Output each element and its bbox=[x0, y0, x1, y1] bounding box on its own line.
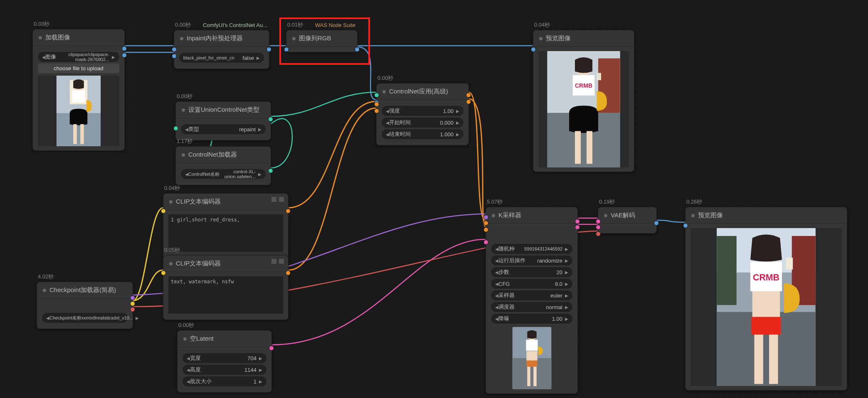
chevron-right-icon: ▶ bbox=[112, 55, 115, 59]
exec-time: 1.17秒 bbox=[177, 138, 192, 145]
input-slot[interactable] bbox=[374, 102, 379, 107]
widget-label: 图像 bbox=[45, 53, 56, 61]
chevron-left-icon: ◀ bbox=[185, 127, 188, 132]
input-clip-slot[interactable] bbox=[161, 270, 166, 275]
node-graph-canvas[interactable]: 0.03秒 加载图像 ◀ 图像 clipspace/clipspace-mask… bbox=[0, 0, 868, 398]
end-widget[interactable]: ◀结束时间1.000▶ bbox=[382, 129, 464, 139]
input-slot[interactable] bbox=[173, 126, 178, 131]
node-title-text: 预览图像 bbox=[698, 211, 723, 219]
node-clip-text-encode-positive[interactable]: 0.04秒 CLIP文本编码器 bbox=[163, 193, 289, 258]
start-widget[interactable]: ◀开始时间0.000▶ bbox=[382, 118, 464, 128]
input-pos-slot[interactable] bbox=[483, 221, 488, 226]
model-widget[interactable]: ◀ ControlNet名称 control-XL-union.safeten.… bbox=[181, 169, 266, 179]
svg-rect-24 bbox=[533, 367, 537, 386]
input-slot[interactable] bbox=[172, 47, 177, 52]
output-cond-slot[interactable] bbox=[286, 270, 291, 275]
node-preview-image-1[interactable]: 0.04秒 预览图像 CRMB bbox=[533, 30, 634, 172]
input-vae-slot[interactable] bbox=[596, 231, 601, 236]
ckpt-widget[interactable]: ◀ Checkpoint名称 xxmix9realisticsdxl_v10..… bbox=[42, 313, 128, 323]
node-set-union-controlnet-type[interactable]: 0.00秒 设置UnionControlNet类型 ◀ 类型 repaint ▶ bbox=[175, 101, 271, 140]
chevron-left-icon: ◀ bbox=[185, 172, 188, 177]
output-slot[interactable] bbox=[268, 168, 273, 173]
input-latent-slot[interactable] bbox=[483, 240, 488, 245]
control-after-widget[interactable]: ◀运行后操作randomize▶ bbox=[491, 256, 572, 265]
chevron-left-icon: ◀ bbox=[42, 55, 45, 59]
prompt-textarea[interactable] bbox=[168, 276, 283, 314]
cfg-widget[interactable]: ◀CFG8.0▶ bbox=[491, 279, 572, 289]
exec-time: 5.07秒 bbox=[487, 198, 503, 206]
input-slot[interactable] bbox=[374, 93, 379, 98]
node-controlnet-apply-advanced[interactable]: 0.00秒 ControlNet应用(高级) ◀强度1.00▶ ◀开始时间0.0… bbox=[376, 83, 469, 145]
output-slot[interactable] bbox=[466, 93, 471, 98]
steps-widget[interactable]: ◀步数20▶ bbox=[491, 267, 572, 277]
exec-time: 0.00秒 bbox=[178, 322, 194, 329]
strength-widget[interactable]: ◀强度1.00▶ bbox=[382, 106, 464, 116]
input-latent-slot[interactable] bbox=[596, 219, 601, 224]
output-image-slot[interactable] bbox=[654, 221, 659, 226]
input-model-slot[interactable] bbox=[483, 215, 488, 220]
node-empty-latent[interactable]: 0.00秒 空Latent ◀宽度704▶ ◀高度1144▶ ◀批次大小1▶ bbox=[177, 330, 272, 393]
type-widget[interactable]: ◀ 类型 repaint ▶ bbox=[181, 124, 266, 134]
node-preview-image-2[interactable]: 0.26秒 预览图像 CRMB bbox=[685, 207, 847, 391]
input-slot[interactable] bbox=[531, 47, 536, 52]
batch-widget[interactable]: ◀批次大小1▶ bbox=[182, 376, 266, 386]
output-latent-slot[interactable] bbox=[575, 219, 580, 224]
node-clip-text-encode-negative[interactable]: 0.05秒 CLIP文本编码器 bbox=[163, 255, 289, 320]
widget-label: 类型 bbox=[188, 125, 199, 133]
output-mask-slot[interactable] bbox=[122, 53, 127, 58]
output-slot[interactable] bbox=[355, 47, 360, 52]
input-slot[interactable] bbox=[683, 223, 688, 228]
output-vae-slot[interactable] bbox=[130, 307, 135, 312]
node-title-text: K采样器 bbox=[498, 211, 521, 219]
input-slot[interactable] bbox=[284, 47, 289, 52]
node-controlnet-loader[interactable]: 1.17秒 ControlNet加载器 ◀ ControlNet名称 contr… bbox=[175, 146, 271, 185]
sampler-widget[interactable]: ◀采样器euler▶ bbox=[491, 290, 572, 300]
node-ksampler[interactable]: 5.07秒 K采样器 ◀随机种599164312446592▶ ◀运行后操作ra… bbox=[486, 207, 578, 394]
node-title-text: VAE解码 bbox=[611, 211, 635, 219]
output-latent-slot[interactable] bbox=[269, 346, 274, 351]
upload-button[interactable]: choose file to upload bbox=[38, 64, 119, 73]
output-clip-slot[interactable] bbox=[130, 301, 135, 306]
svg-rect-15 bbox=[587, 131, 592, 164]
denoise-widget[interactable]: ◀降噪1.00▶ bbox=[491, 314, 572, 324]
node-title-text: CLIP文本编码器 bbox=[176, 260, 221, 268]
node-inpaint-preprocessor[interactable]: 0.00秒 ComfyUI's ControlNet Au... Inpaint… bbox=[174, 30, 269, 69]
scheduler-widget[interactable]: ◀调度器normal▶ bbox=[491, 302, 572, 312]
svg-rect-35 bbox=[755, 335, 763, 384]
output-cond-slot[interactable] bbox=[286, 209, 291, 214]
node-load-image[interactable]: 0.03秒 加载图像 ◀ 图像 clipspace/clipspace-mask… bbox=[32, 29, 125, 151]
output-slot[interactable] bbox=[466, 99, 471, 104]
width-widget[interactable]: ◀宽度704▶ bbox=[182, 353, 266, 363]
output-slot[interactable] bbox=[266, 47, 271, 52]
widget-value: clipspace/clipspace-mask-2876802... bbox=[56, 52, 112, 62]
svg-rect-36 bbox=[769, 335, 778, 384]
image-preview: CRMB bbox=[690, 228, 842, 386]
widget-value: xxmix9realisticsdxl_v10... bbox=[81, 315, 136, 320]
exec-time: 0.19秒 bbox=[599, 198, 615, 206]
svg-rect-20 bbox=[526, 340, 538, 351]
node-title-text: CLIP文本编码器 bbox=[176, 198, 221, 206]
prompt-textarea[interactable] bbox=[168, 214, 283, 252]
input-neg-slot[interactable] bbox=[483, 227, 488, 232]
input-slot[interactable] bbox=[596, 225, 601, 230]
node-vae-decode[interactable]: 0.19秒 VAE解码 bbox=[598, 207, 657, 233]
output-slot[interactable] bbox=[575, 225, 580, 230]
node-image-to-rgb[interactable]: 0.01秒 WAS Node Suite 图像到RGB bbox=[286, 30, 358, 52]
seed-widget[interactable]: ◀随机种599164312446592▶ bbox=[491, 244, 572, 254]
bool-widget[interactable]: black_pixel_for_xinsir_cn false ▶ bbox=[179, 53, 264, 63]
image-select-widget[interactable]: ◀ 图像 clipspace/clipspace-mask-2876802...… bbox=[38, 52, 119, 62]
node-title-text: 空Latent bbox=[190, 335, 214, 343]
exec-time: 0.26秒 bbox=[686, 198, 702, 206]
input-slot[interactable] bbox=[172, 54, 177, 59]
height-widget[interactable]: ◀高度1144▶ bbox=[182, 365, 266, 375]
output-slot[interactable] bbox=[268, 117, 273, 122]
input-clip-slot[interactable] bbox=[161, 209, 166, 214]
node-checkpoint-loader[interactable]: 4.02秒 Checkpoint加载器(简易) ◀ Checkpoint名称 x… bbox=[37, 282, 133, 329]
output-image-slot[interactable] bbox=[122, 46, 127, 51]
svg-rect-5 bbox=[73, 124, 77, 144]
output-model-slot[interactable] bbox=[130, 295, 135, 300]
exec-time: 0.05秒 bbox=[164, 246, 180, 254]
icon bbox=[271, 197, 276, 202]
input-slot[interactable] bbox=[374, 108, 379, 113]
node-badge: WAS Node Suite bbox=[315, 22, 355, 28]
